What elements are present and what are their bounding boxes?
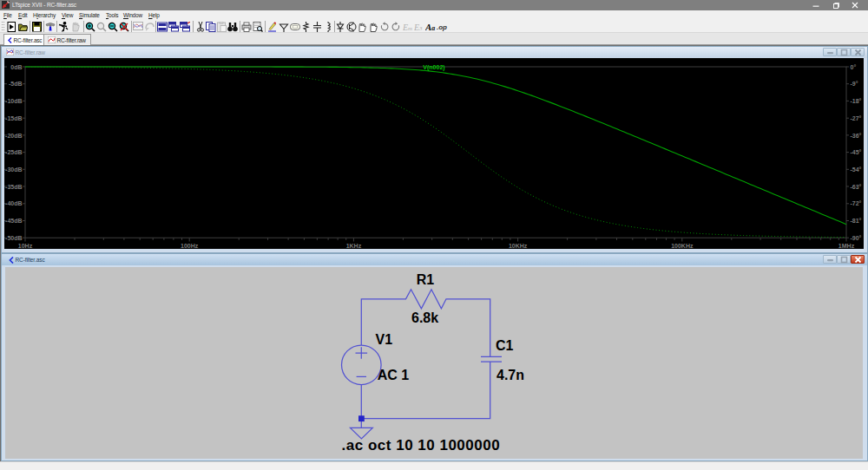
- svg-text:-27°: -27°: [851, 115, 862, 121]
- svg-text:10KHz: 10KHz: [509, 243, 528, 249]
- svg-text:-10dB: -10dB: [5, 98, 22, 104]
- svg-text:-30dB: -30dB: [5, 166, 22, 173]
- svg-text:V(n002): V(n002): [423, 64, 444, 71]
- svg-text:-72°: -72°: [851, 200, 862, 206]
- svg-text:-45dB: -45dB: [5, 218, 22, 224]
- svg-text:Aa: Aa: [425, 22, 435, 32]
- svg-text:-9°: -9°: [851, 81, 858, 87]
- svg-text:-25dB: -25dB: [5, 149, 22, 155]
- svg-text:-54°: -54°: [851, 166, 862, 173]
- svg-text:100Hz: 100Hz: [181, 243, 199, 249]
- svg-text:1KHz: 1KHz: [346, 243, 362, 249]
- svg-text:-20dB: -20dB: [5, 133, 22, 139]
- svg-text:-45°: -45°: [851, 149, 862, 155]
- svg-text:6.8k: 6.8k: [411, 310, 438, 325]
- svg-text:-5dB: -5dB: [9, 81, 23, 87]
- svg-text:-35dB: -35dB: [5, 184, 22, 190]
- svg-text:R1: R1: [417, 272, 435, 287]
- svg-text:-36°: -36°: [851, 133, 862, 139]
- svg-text:4.7n: 4.7n: [496, 368, 524, 382]
- svg-text:-18°: -18°: [851, 98, 862, 104]
- svg-text:.ac oct 10 10 1000000: .ac oct 10 10 1000000: [342, 437, 501, 454]
- svg-text:-40dB: -40dB: [5, 200, 22, 206]
- svg-text:-81°: -81°: [851, 218, 862, 224]
- svg-text:0°: 0°: [851, 64, 857, 70]
- svg-text:10Hz: 10Hz: [18, 243, 33, 249]
- svg-text:0dB: 0dB: [10, 64, 22, 70]
- svg-text:V1: V1: [376, 332, 393, 347]
- svg-text:100KHz: 100KHz: [671, 243, 694, 249]
- svg-text:-15dB: -15dB: [5, 115, 22, 121]
- svg-text:Em: Em: [403, 23, 412, 32]
- svg-text:C1: C1: [496, 338, 514, 353]
- svg-text:AC 1: AC 1: [378, 368, 410, 382]
- svg-text:E3: E3: [414, 23, 423, 32]
- svg-text:-50dB: -50dB: [5, 235, 22, 241]
- svg-text:-63°: -63°: [851, 184, 862, 190]
- svg-text:.op: .op: [437, 23, 447, 31]
- svg-text:-90°: -90°: [851, 235, 862, 241]
- svg-text:1MHz: 1MHz: [838, 243, 855, 249]
